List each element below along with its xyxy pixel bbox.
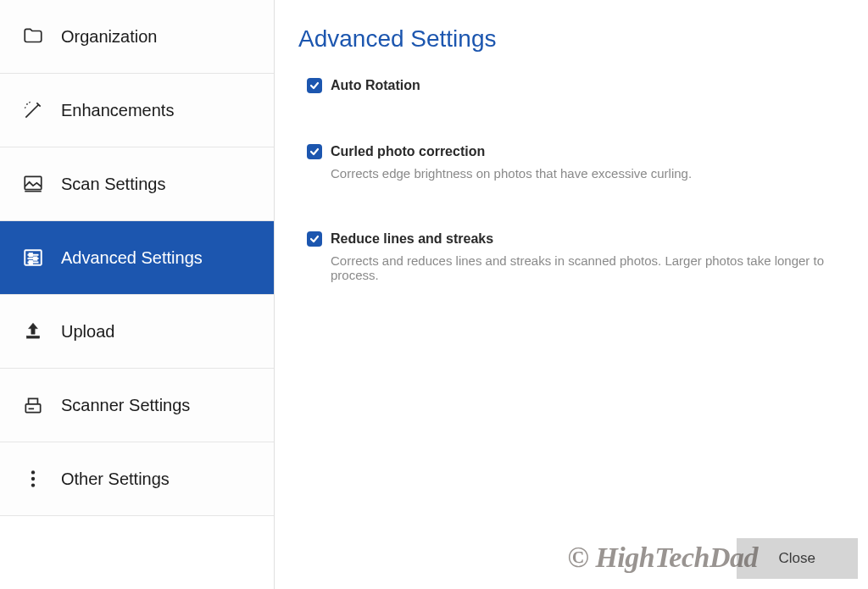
option-reduce-lines-streaks: Reduce lines and streaks Corrects and re…: [298, 231, 844, 282]
sidebar-item-scan-settings[interactable]: Scan Settings: [0, 147, 274, 221]
sliders-icon: [20, 245, 46, 270]
sidebar-item-label: Scanner Settings: [61, 396, 190, 415]
wand-icon: [20, 97, 46, 123]
sidebar-item-upload[interactable]: Upload: [0, 295, 274, 369]
image-settings-icon: [20, 171, 46, 197]
sidebar-item-label: Upload: [61, 322, 114, 342]
close-button[interactable]: Close: [737, 538, 858, 579]
checkbox-curled-photo-correction[interactable]: [307, 144, 322, 159]
folder-icon: [20, 24, 46, 49]
watermark: © HighTechDad: [568, 542, 759, 574]
sidebar-item-label: Enhancements: [61, 101, 174, 120]
svg-rect-0: [25, 176, 42, 189]
main-content: Advanced Settings Auto Rotation Curled p: [275, 0, 868, 589]
option-auto-rotation: Auto Rotation: [298, 78, 844, 93]
sidebar-item-organization[interactable]: Organization: [0, 0, 274, 74]
svg-point-9: [31, 483, 35, 486]
option-description: Corrects edge brightness on photos that …: [331, 166, 844, 181]
option-label: Reduce lines and streaks: [331, 231, 493, 247]
sidebar-item-other-settings[interactable]: Other Settings: [0, 442, 274, 516]
svg-rect-4: [30, 261, 32, 264]
option-description: Corrects and reduces lines and streaks i…: [331, 253, 844, 282]
sidebar-item-advanced-settings[interactable]: Advanced Settings: [0, 221, 274, 295]
sidebar-item-label: Scan Settings: [61, 175, 165, 194]
svg-rect-5: [26, 336, 39, 338]
option-label: Curled photo correction: [331, 144, 485, 159]
sidebar: Organization Enhancements Scan Setti: [0, 0, 275, 589]
checkbox-reduce-lines-streaks[interactable]: [307, 231, 322, 247]
dots-icon: [20, 466, 46, 492]
checkbox-auto-rotation[interactable]: [307, 78, 322, 93]
sidebar-item-label: Advanced Settings: [61, 248, 203, 268]
sidebar-item-label: Organization: [61, 27, 157, 47]
svg-rect-2: [30, 253, 32, 256]
upload-icon: [20, 319, 46, 344]
page-title: Advanced Settings: [298, 25, 844, 53]
svg-rect-3: [34, 257, 36, 259]
sidebar-item-enhancements[interactable]: Enhancements: [0, 74, 274, 147]
option-label: Auto Rotation: [331, 78, 420, 93]
svg-point-7: [31, 470, 35, 474]
scanner-icon: [20, 392, 46, 418]
svg-point-8: [31, 477, 35, 481]
sidebar-item-scanner-settings[interactable]: Scanner Settings: [0, 369, 274, 442]
sidebar-item-label: Other Settings: [61, 470, 170, 489]
option-curled-photo-correction: Curled photo correction Corrects edge br…: [298, 144, 844, 181]
